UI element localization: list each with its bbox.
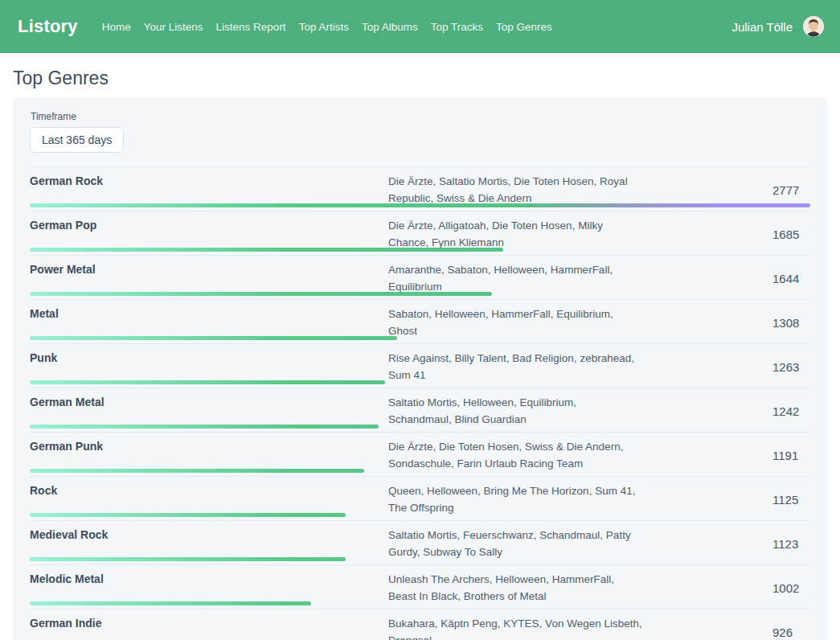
genre-top-artists: Amaranthe, Sabaton, Helloween, HammerFal… [388, 261, 642, 295]
genre-progress-bar [30, 557, 346, 561]
genre-name: German Indie [30, 615, 388, 640]
genre-listen-count: 1191 [772, 449, 810, 462]
user-avatar[interactable] [803, 16, 824, 37]
genre-name: Punk [30, 350, 388, 384]
genre-listen-count: 926 [772, 626, 810, 639]
genre-progress-bar [30, 513, 346, 517]
genre-listen-count: 1308 [772, 316, 810, 330]
genre-listen-count: 1123 [772, 537, 810, 551]
genre-progress-bar [30, 380, 385, 384]
genre-progress-bar [30, 425, 379, 429]
user-menu: Julian Tölle [731, 16, 824, 37]
genre-list: German Rock Die Ärzte, Saltatio Mortis, … [30, 166, 810, 640]
genre-name: German Rock [30, 173, 388, 207]
nav-item-listens-report[interactable]: Listens Report [210, 16, 293, 38]
nav-links: HomeYour ListensListens ReportTop Artist… [96, 16, 732, 38]
nav-item-top-artists[interactable]: Top Artists [293, 16, 355, 38]
genre-top-artists: Sabaton, Helloween, HammerFall, Equilibr… [388, 306, 642, 339]
genre-listen-count: 1125 [772, 493, 810, 507]
nav-item-your-listens[interactable]: Your Listens [137, 16, 210, 38]
genre-name: Rock [30, 482, 388, 516]
genre-row: Medieval Rock Saltatio Mortis, Feuerschw… [30, 521, 810, 565]
genre-listen-count: 1685 [772, 228, 810, 241]
genre-row: Metal Sabaton, Helloween, HammerFall, Eq… [30, 300, 810, 344]
genre-top-artists: Die Ärzte, Die Toten Hosen, Swiss & Die … [388, 438, 642, 472]
genre-listen-count: 1242 [772, 404, 810, 418]
genre-name: German Punk [30, 438, 388, 472]
genre-progress-bar [30, 336, 397, 340]
nav-item-home[interactable]: Home [96, 16, 137, 38]
user-photo-icon [803, 16, 824, 37]
genre-top-artists: Queen, Helloween, Bring Me The Horizon, … [388, 482, 642, 516]
genre-row: German Rock Die Ärzte, Saltatio Mortis, … [30, 167, 810, 211]
genre-row: Punk Rise Against, Billy Talent, Bad Rel… [30, 344, 810, 388]
navbar: Listory HomeYour ListensListens ReportTo… [0, 0, 840, 53]
genre-top-artists: Die Ärzte, Alligatoah, Die Toten Hosen, … [388, 217, 642, 251]
genre-listen-count: 2777 [772, 183, 810, 197]
genre-row: Power Metal Amaranthe, Sabaton, Hellowee… [30, 256, 810, 300]
user-name[interactable]: Julian Tölle [731, 20, 793, 34]
genre-listen-count: 1263 [772, 360, 810, 374]
genre-top-artists: Rise Against, Billy Talent, Bad Religion… [388, 350, 642, 384]
genre-name: German Metal [30, 394, 388, 428]
nav-item-top-tracks[interactable]: Top Tracks [424, 16, 490, 38]
genre-progress-bar [30, 292, 492, 296]
brand-logo[interactable]: Listory [18, 16, 78, 37]
page-title: Top Genres [0, 53, 840, 97]
genre-row: German Metal Saltatio Mortis, Helloween,… [30, 388, 810, 433]
genre-progress-bar [30, 601, 311, 605]
timeframe-label: Timeframe [31, 111, 810, 122]
genre-name: Melodic Metal [30, 571, 388, 605]
nav-item-top-genres[interactable]: Top Genres [490, 16, 559, 38]
genre-progress-bar [30, 203, 810, 207]
genre-row: Melodic Metal Unleash The Archers, Hello… [30, 565, 810, 609]
genre-top-artists: Saltatio Mortis, Helloween, Equilibrium,… [388, 394, 642, 428]
genre-row: Rock Queen, Helloween, Bring Me The Hori… [30, 477, 810, 521]
genre-row: German Pop Die Ärzte, Alligatoah, Die To… [30, 211, 810, 256]
genre-listen-count: 1002 [772, 581, 810, 595]
genre-name: Metal [30, 306, 388, 339]
genre-top-artists: Unleash The Archers, Helloween, HammerFa… [388, 571, 642, 605]
genre-name: German Pop [30, 217, 388, 251]
genre-top-artists: Bukahara, Käptn Peng, KYTES, Von Wegen L… [388, 615, 642, 640]
genre-listen-count: 1644 [772, 272, 810, 285]
nav-item-top-albums[interactable]: Top Albums [355, 16, 424, 38]
genre-progress-bar [30, 248, 503, 252]
genre-top-artists: Die Ärzte, Saltatio Mortis, Die Toten Ho… [388, 173, 642, 207]
genre-progress-bar [30, 469, 364, 473]
timeframe-filter: Timeframe Last 365 days [30, 111, 810, 153]
genre-name: Power Metal [30, 261, 388, 295]
top-genres-card: Timeframe Last 365 days German Rock Die … [13, 97, 827, 640]
genre-top-artists: Saltatio Mortis, Feuerschwanz, Schandmau… [388, 527, 642, 560]
genre-name: Medieval Rock [30, 527, 388, 560]
timeframe-select[interactable]: Last 365 days [30, 127, 124, 153]
genre-row: German Punk Die Ärzte, Die Toten Hosen, … [30, 433, 810, 477]
genre-row: German Indie Bukahara, Käptn Peng, KYTES… [30, 609, 810, 640]
